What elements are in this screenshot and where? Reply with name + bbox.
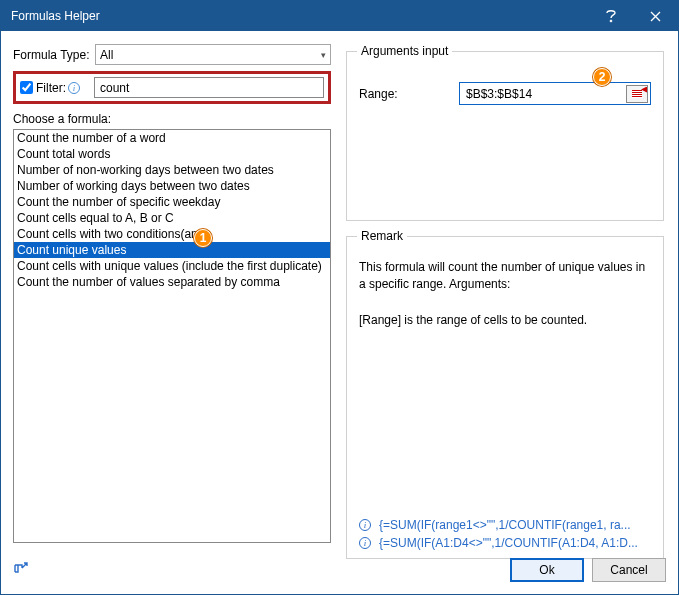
- list-item[interactable]: Count the number of values separated by …: [14, 274, 330, 290]
- list-item[interactable]: Count unique values: [14, 242, 330, 258]
- list-item[interactable]: Count cells equal to A, B or C: [14, 210, 330, 226]
- remark-text-2: [Range] is the range of cells to be coun…: [359, 312, 651, 329]
- formulas-helper-dialog: Formulas Helper Formula Type: All ▾ Filt…: [0, 0, 679, 595]
- formula-type-value: All: [100, 48, 321, 62]
- info-icon[interactable]: i: [68, 82, 80, 94]
- close-button[interactable]: [633, 1, 678, 31]
- remark-fieldset: Remark This formula will count the numbe…: [346, 229, 664, 559]
- chevron-down-icon: ▾: [321, 50, 326, 60]
- range-value: $B$3:$B$14: [466, 87, 626, 101]
- arguments-fieldset: Arguments input Range: $B$3:$B$14 2: [346, 44, 664, 221]
- range-input[interactable]: $B$3:$B$14: [459, 82, 651, 105]
- filter-row: Filter: i: [13, 71, 331, 104]
- formula-type-select[interactable]: All ▾: [95, 44, 331, 65]
- remark-text-1: This formula will count the number of un…: [359, 259, 651, 294]
- formula-link-text: {=SUM(IF(range1<>"",1/COUNTIF(range1, ra…: [379, 518, 631, 532]
- formula-link-2[interactable]: i {=SUM(IF(A1:D4<>"",1/COUNTIF(A1:D4, A1…: [357, 536, 653, 550]
- dialog-footer: Ok Cancel: [11, 556, 666, 584]
- formula-link-text: {=SUM(IF(A1:D4<>"",1/COUNTIF(A1:D4, A1:D…: [379, 536, 638, 550]
- list-item[interactable]: Count the number of a word: [14, 130, 330, 146]
- choose-formula-label: Choose a formula:: [13, 112, 331, 126]
- list-item[interactable]: Number of working days between two dates: [14, 178, 330, 194]
- filter-label: Filter:: [36, 81, 66, 95]
- list-item[interactable]: Number of non-working days between two d…: [14, 162, 330, 178]
- formula-listbox[interactable]: Count the number of a word Count total w…: [13, 129, 331, 543]
- info-icon: i: [359, 519, 371, 531]
- cancel-label: Cancel: [610, 563, 647, 577]
- help-button[interactable]: [588, 1, 633, 31]
- annotation-2: 2: [593, 68, 611, 86]
- ok-label: Ok: [539, 563, 554, 577]
- list-item[interactable]: Count total words: [14, 146, 330, 162]
- filter-checkbox[interactable]: [20, 81, 33, 94]
- arguments-legend: Arguments input: [357, 44, 452, 58]
- list-item[interactable]: Count cells with two conditions(and): [14, 226, 330, 242]
- window-title: Formulas Helper: [11, 9, 588, 23]
- svg-point-0: [610, 20, 612, 22]
- range-picker-button[interactable]: [626, 85, 648, 103]
- range-label: Range:: [359, 87, 459, 101]
- external-link-icon[interactable]: [11, 561, 29, 579]
- filter-input[interactable]: [94, 77, 324, 98]
- range-picker-icon: [632, 90, 642, 98]
- info-icon: i: [359, 537, 371, 549]
- formula-type-label: Formula Type:: [13, 48, 95, 62]
- list-item[interactable]: Count cells with unique values (include …: [14, 258, 330, 274]
- list-item[interactable]: Count the number of specific weekday: [14, 194, 330, 210]
- titlebar: Formulas Helper: [1, 1, 678, 31]
- cancel-button[interactable]: Cancel: [592, 558, 666, 582]
- annotation-1: 1: [194, 229, 212, 247]
- ok-button[interactable]: Ok: [510, 558, 584, 582]
- formula-link-1[interactable]: i {=SUM(IF(range1<>"",1/COUNTIF(range1, …: [357, 518, 653, 532]
- remark-legend: Remark: [357, 229, 407, 243]
